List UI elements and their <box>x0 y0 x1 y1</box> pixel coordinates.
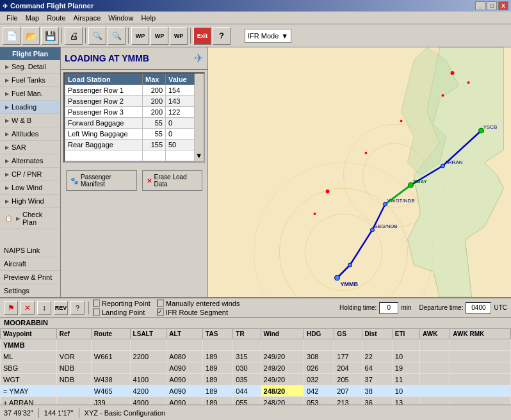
th-gs: GS <box>334 329 362 339</box>
zoom-out-button[interactable]: 🔍 <box>108 27 126 45</box>
tr-sbg: 030 <box>233 362 261 374</box>
tr-ymay: 044 <box>233 385 261 397</box>
menu-file[interactable]: File <box>3 13 22 23</box>
new-button[interactable]: 📄 <box>3 27 20 45</box>
gs-ymay: 207 <box>334 385 362 397</box>
menu-map[interactable]: Map <box>22 13 43 23</box>
load-max-empty <box>143 150 166 161</box>
save-button[interactable]: 💾 <box>41 27 59 45</box>
load-value-2[interactable] <box>166 107 195 118</box>
th-awk: AWK <box>420 329 450 339</box>
ref-ymay <box>56 385 91 397</box>
scroll-cell <box>195 85 204 96</box>
load-value-3[interactable] <box>166 118 195 129</box>
zoom-in-button[interactable]: 🔍 <box>88 27 106 45</box>
menu-route[interactable]: Route <box>43 13 69 23</box>
passenger-manifest-button[interactable]: 🐾 Passenger Manifest <box>66 170 137 191</box>
eti-wgt: 11 <box>392 374 419 385</box>
sidebar-preview-link[interactable]: Preview & Print <box>0 271 60 284</box>
tas-sbg: 189 <box>203 362 233 374</box>
sidebar-item-seg-detail[interactable]: ▶ Seg. Detail <box>0 60 60 74</box>
sidebar-settings-link[interactable]: Settings <box>0 284 60 297</box>
sidebar-spacer <box>0 229 60 244</box>
load-value-1[interactable] <box>166 96 195 107</box>
load-station-table: Load Station Max Value Passenger Row 1 2… <box>65 74 204 161</box>
dist-sbg: 64 <box>362 362 392 374</box>
print-button[interactable]: 🖨 <box>65 27 83 45</box>
sidebar-item-wb[interactable]: ▶ W & B <box>0 114 60 127</box>
load-value-4[interactable] <box>166 129 195 140</box>
manual-winds-checkbox[interactable] <box>157 300 164 307</box>
fp-row-ml: ML VOR W661 2200 A080 189 315 249/20 308… <box>1 351 511 362</box>
sidebar-item-fuel-tanks[interactable]: ▶ Fuel Tanks <box>0 74 60 87</box>
waypoint-btn3[interactable]: WP <box>170 27 188 45</box>
ref-ml: VOR <box>56 351 91 362</box>
sidebar-item-sar[interactable]: ▶ SAR <box>0 141 60 154</box>
map-area[interactable]: YMMB SBG/NDB YWGT/NDB YMAY ARRAN YSCB <box>208 47 511 297</box>
sidebar-item-check-plan[interactable]: 📋 ▶ Check Plan <box>0 208 60 229</box>
route-flag-button[interactable]: ⚑ <box>4 301 18 315</box>
menu-window[interactable]: Window <box>104 13 137 23</box>
load-value-5[interactable] <box>166 140 195 150</box>
mode-dropdown[interactable]: IFR Mode ▼ <box>245 29 291 43</box>
scroll-cell <box>195 129 204 140</box>
svg-point-7 <box>467 81 470 84</box>
wp-ymmb: YMMB <box>1 339 57 351</box>
holding-time-label: Holding time: <box>339 304 377 311</box>
svg-point-12 <box>314 213 316 215</box>
close-button[interactable]: X <box>498 1 508 10</box>
load-station-5: Rear Baggage <box>65 140 143 150</box>
status-coords-lat: 37 49'32" <box>4 409 33 417</box>
route-move-button[interactable]: ↕ <box>37 301 51 315</box>
waypoint-btn2[interactable]: WP <box>150 27 168 45</box>
sidebar-item-fuel-man[interactable]: ▶ Fuel Man. <box>0 87 60 101</box>
load-value-0[interactable] <box>166 85 195 96</box>
help-button[interactable]: ? <box>213 27 231 45</box>
th-dist: Dist <box>362 329 392 339</box>
route-wgt: W438 <box>91 374 130 385</box>
check-plan-icon: 📋 <box>5 215 12 222</box>
route-delete-button[interactable]: ✕ <box>20 301 35 315</box>
sidebar-item-low-wind[interactable]: ▶ Low Wind <box>0 181 60 195</box>
col-header-station: Load Station <box>65 74 143 85</box>
status-bar: 37 49'32" 144 1'17" XYZ - Basic Configur… <box>0 405 511 420</box>
sidebar-item-high-wind[interactable]: ▶ High Wind <box>0 195 60 208</box>
mode-label: IFR Mode <box>248 32 279 40</box>
menu-airspace[interactable]: Airspace <box>70 13 105 23</box>
sidebar-item-alternates[interactable]: ▶ Alternates <box>0 154 60 168</box>
ymay-label: YMAY <box>9 387 28 395</box>
route-rev-button[interactable]: REV <box>54 301 68 315</box>
scroll-cell <box>195 118 204 129</box>
lsalt-sbg <box>130 362 166 374</box>
exit-button[interactable]: Exit <box>193 27 211 45</box>
sidebar-item-cp-pnr[interactable]: ▶ CP / PNR <box>0 168 60 181</box>
toolbar: 📄 📂 💾 🖨 🔍 🔍 WP WP WP Exit ? IFR Mode ▼ <box>0 24 511 47</box>
eti-sbg: 19 <box>392 362 419 374</box>
minimize-button[interactable]: _ <box>475 1 485 10</box>
ifr-route-checkbox[interactable] <box>157 309 164 316</box>
ref-ymmb <box>56 339 91 351</box>
dist-ml: 22 <box>362 351 392 362</box>
holding-time-input[interactable] <box>379 302 398 314</box>
chevron-right-icon: ▶ <box>5 118 9 124</box>
open-button[interactable]: 📂 <box>22 27 40 45</box>
sidebar-aircraft-link[interactable]: Aircraft <box>0 257 60 271</box>
landing-point-checkbox[interactable] <box>93 309 100 316</box>
manifest-label: Passenger Manifest <box>81 174 133 188</box>
erase-load-button[interactable]: ✕ Erase Load Data <box>142 170 202 191</box>
tas-ymay: 189 <box>203 385 233 397</box>
wind-ml: 249/20 <box>261 351 304 362</box>
waypoint-btn1[interactable]: WP <box>131 27 149 45</box>
departure-time-input[interactable] <box>466 302 491 314</box>
dist-ymay: 38 <box>362 385 392 397</box>
alt-ml: A080 <box>166 351 203 362</box>
reporting-point-label: Reporting Point <box>102 300 150 307</box>
maximize-button[interactable]: □ <box>487 1 497 10</box>
route-info-button[interactable]: ? <box>70 301 85 315</box>
reporting-point-checkbox[interactable] <box>93 300 100 307</box>
scroll-down-btn[interactable]: ▼ <box>195 150 204 161</box>
sidebar-item-loading[interactable]: ▶ Loading <box>0 101 60 114</box>
sidebar-item-altitudes[interactable]: ▶ Altitudes <box>0 127 60 141</box>
menu-help[interactable]: Help <box>137 13 159 23</box>
sidebar-naips-link[interactable]: NAIPS Link <box>0 244 60 257</box>
